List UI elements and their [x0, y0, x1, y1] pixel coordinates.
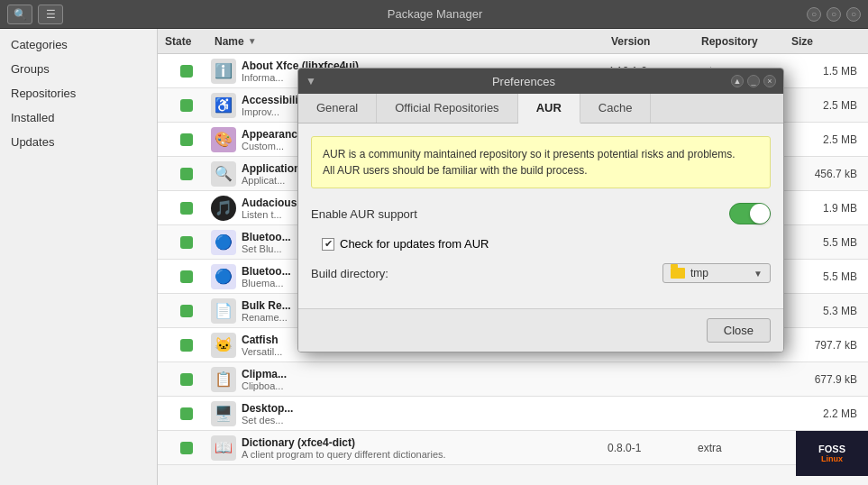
check-updates-checkbox[interactable]: ✔	[322, 238, 334, 251]
preferences-window: ▼ Preferences ▲ _ × General Official Rep…	[297, 68, 784, 352]
aur-warning-text: AUR is a community maintained repository…	[323, 148, 736, 177]
pref-titlebar: ▼ Preferences ▲ _ ×	[298, 69, 783, 94]
close-button[interactable]: Close	[707, 318, 771, 343]
build-dir-value: tmp	[690, 267, 748, 279]
dropdown-arrow-icon: ▼	[754, 269, 763, 279]
pref-title-chevron-icon: ▼	[306, 75, 316, 87]
build-dir-label: Build directory:	[311, 267, 662, 280]
tab-aur[interactable]: AUR	[518, 94, 580, 124]
check-updates-label: Check for updates from AUR	[340, 237, 489, 251]
tab-official-repositories[interactable]: Official Repositories	[377, 94, 517, 123]
pref-footer: Close	[298, 308, 783, 352]
folder-icon	[671, 268, 685, 279]
enable-aur-toggle[interactable]	[729, 203, 771, 224]
tab-cache[interactable]: Cache	[580, 94, 652, 123]
check-updates-row: ✔ Check for updates from AUR	[322, 237, 771, 251]
pref-close-button[interactable]: ×	[763, 75, 776, 87]
tab-general[interactable]: General	[298, 94, 377, 123]
pref-title: Preferences	[316, 75, 731, 88]
aur-warning: AUR is a community maintained repository…	[311, 136, 771, 188]
enable-aur-row: Enable AUR support	[311, 203, 771, 224]
pref-content: AUR is a community maintained repository…	[298, 124, 783, 308]
build-dir-dropdown[interactable]: tmp ▼	[662, 263, 771, 283]
pref-restore-button[interactable]: ▲	[731, 75, 744, 87]
pref-tabs: General Official Repositories AUR Cache	[298, 94, 783, 124]
modal-overlay: ▼ Preferences ▲ _ × General Official Rep…	[0, 0, 868, 485]
build-dir-row: Build directory: tmp ▼	[311, 263, 771, 283]
toggle-knob	[750, 204, 770, 224]
pref-minimize-button[interactable]: _	[747, 75, 760, 87]
enable-aur-label: Enable AUR support	[311, 207, 729, 221]
